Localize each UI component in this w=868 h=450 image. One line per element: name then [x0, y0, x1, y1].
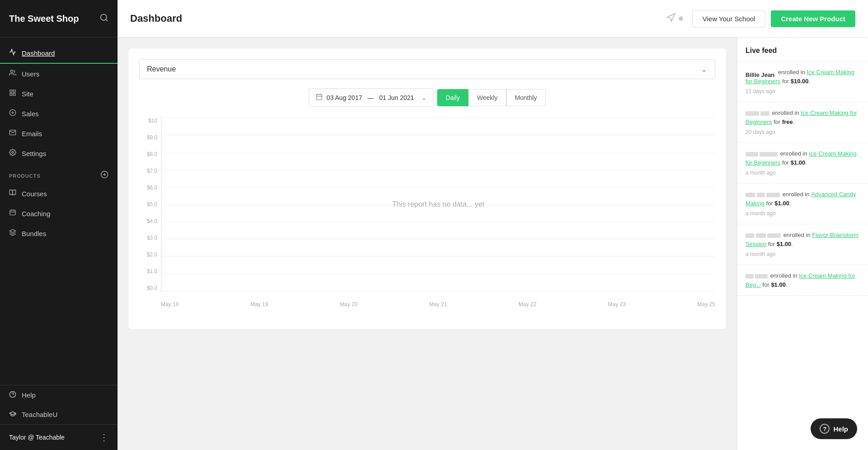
page-title: Dashboard — [130, 13, 182, 24]
svg-marker-18 — [9, 229, 15, 232]
feed-avatar-1: Billie Jean — [745, 71, 774, 75]
date-separator: — — [366, 94, 376, 101]
feed-amount-4: $1.00 — [774, 200, 789, 207]
courses-icon — [9, 189, 16, 198]
x-axis: May 18 May 19 May 20 May 21 May 22 May 2… — [161, 298, 715, 308]
date-dropdown-arrow: ⌄ — [421, 94, 427, 101]
svg-rect-21 — [316, 95, 322, 100]
sidebar-item-site-label: Site — [22, 90, 33, 98]
bundles-icon — [9, 229, 16, 238]
sidebar-item-courses-label: Courses — [22, 190, 47, 198]
svg-rect-14 — [10, 210, 15, 215]
create-product-button[interactable]: Create New Product — [771, 10, 855, 27]
svg-point-10 — [12, 152, 14, 153]
main-content: Dashboard View Your School Create New Pr… — [118, 0, 868, 450]
feed-item-5: enrolled in Flavor Brainstorm Session fo… — [737, 224, 868, 265]
feed-amount-6: $1.00 — [771, 281, 786, 288]
feed-time-1: 11 days ago — [745, 87, 860, 95]
revenue-dropdown-label: Revenue — [147, 65, 176, 73]
view-school-button[interactable]: View Your School — [692, 10, 765, 28]
sidebar-item-users[interactable]: Users — [0, 64, 118, 84]
x-label-may25: May 25 — [698, 301, 715, 308]
sidebar-item-bundles[interactable]: Bundles — [0, 223, 118, 243]
sidebar-nav: Dashboard Users Site Sales — [0, 38, 118, 385]
feed-item-2: enrolled in Ice Cream Making for Beginne… — [737, 102, 868, 143]
date-range-selector[interactable]: 03 Aug 2017 — 01 Jun 2021 ⌄ — [309, 88, 434, 107]
svg-point-2 — [10, 70, 13, 72]
sidebar-item-site[interactable]: Site — [0, 84, 118, 104]
feed-time-5: a month ago — [745, 250, 860, 258]
feed-time-4: a month ago — [745, 209, 860, 218]
sidebar-item-teachableu[interactable]: TeachableU — [0, 405, 118, 424]
feed-amount-1: $10.00 — [791, 78, 809, 85]
sidebar-item-settings-label: Settings — [22, 150, 46, 157]
sidebar-item-help[interactable]: Help — [0, 385, 118, 405]
feed-time-3: a month ago — [745, 169, 860, 177]
svg-rect-6 — [10, 93, 12, 95]
sidebar-item-emails-label: Emails — [22, 130, 42, 137]
x-label-may20: May 20 — [340, 301, 358, 308]
y-label-9: $9.0 — [147, 134, 157, 141]
sidebar-bottom: Help TeachableU — [0, 385, 118, 424]
users-icon — [9, 69, 16, 78]
y-label-4: $4.0 — [147, 218, 157, 224]
sidebar-item-coaching[interactable]: Coaching — [0, 204, 118, 223]
period-weekly-button[interactable]: Weekly — [468, 89, 506, 106]
y-label-6: $6.0 — [147, 185, 157, 191]
feed-item-3: enrolled in Ice Cream Making for Beginne… — [737, 143, 868, 184]
chart-area: $10 $9.0 $8.0 $7.0 $6.0 $5.0 $4.0 $3.0 $… — [139, 118, 715, 308]
notification-area — [666, 13, 683, 25]
sidebar-item-courses[interactable]: Courses — [0, 184, 118, 204]
y-label-0: $0.0 — [147, 285, 157, 291]
feed-time-2: 20 days ago — [745, 128, 860, 136]
x-label-may22: May 22 — [519, 301, 536, 308]
y-label-2: $2.0 — [147, 251, 157, 258]
revenue-dropdown[interactable]: Revenue ⌄ — [139, 59, 715, 79]
svg-rect-4 — [13, 90, 15, 92]
sidebar-item-bundles-label: Bundles — [22, 230, 46, 237]
feed-amount-2: free — [782, 118, 793, 125]
megaphone-icon — [666, 13, 676, 25]
chart-container: Revenue ⌄ 03 Aug 2017 — 01 Jun 2021 ⌄ — [128, 48, 726, 329]
chart-plot: This report has no data... yet — [161, 118, 715, 291]
sidebar-item-emails[interactable]: Emails — [0, 123, 118, 143]
x-label-may18: May 18 — [161, 301, 179, 308]
sidebar-header: The Sweet Shop — [0, 0, 118, 38]
date-end: 01 Jun 2021 — [379, 94, 414, 101]
feed-avatar-placeholder-5 — [745, 233, 781, 238]
teachableu-icon — [9, 410, 16, 419]
feed-avatar-placeholder-2 — [745, 111, 769, 116]
live-feed-title: Live feed — [737, 47, 868, 62]
sidebar-title: The Sweet Shop — [9, 14, 79, 24]
settings-icon — [9, 149, 16, 158]
live-feed: Live feed Billie Jean enrolled in Ice Cr… — [737, 38, 868, 450]
period-daily-button[interactable]: Daily — [437, 89, 468, 106]
period-monthly-button[interactable]: Monthly — [506, 89, 546, 106]
dashboard-panel: Revenue ⌄ 03 Aug 2017 — 01 Jun 2021 ⌄ — [118, 38, 737, 450]
feed-avatar-placeholder-4 — [745, 193, 780, 197]
sidebar-item-dashboard[interactable]: Dashboard — [0, 43, 118, 64]
sidebar-user-menu-icon[interactable]: ⋮ — [99, 432, 108, 443]
x-label-may23: May 23 — [608, 301, 626, 308]
dashboard-icon — [9, 48, 16, 57]
sidebar-item-settings[interactable]: Settings — [0, 143, 118, 163]
content-area: Revenue ⌄ 03 Aug 2017 — 01 Jun 2021 ⌄ — [118, 38, 868, 450]
feed-item-6: enrolled in Ice Cream Making for Beg... … — [737, 265, 868, 296]
sidebar-item-teachableu-label: TeachableU — [22, 411, 57, 418]
feed-item-4: enrolled in Advanced Candy Making for $1… — [737, 184, 868, 224]
y-axis: $10 $9.0 $8.0 $7.0 $6.0 $5.0 $4.0 $3.0 $… — [139, 118, 161, 291]
help-floating-button[interactable]: ? Help — [811, 418, 857, 439]
feed-amount-3: $1.00 — [791, 159, 806, 166]
add-product-icon[interactable] — [100, 171, 108, 181]
sidebar-item-help-label: Help — [22, 391, 36, 399]
coaching-icon — [9, 209, 16, 218]
feed-avatar-placeholder-3 — [745, 152, 778, 156]
site-icon — [9, 89, 16, 98]
sidebar-item-sales[interactable]: Sales — [0, 104, 118, 123]
sidebar: The Sweet Shop Dashboard Users Si — [0, 0, 118, 450]
help-nav-icon — [9, 391, 16, 399]
revenue-dropdown-chevron: ⌄ — [701, 64, 708, 74]
search-icon[interactable] — [99, 13, 108, 24]
help-circle-icon: ? — [820, 424, 830, 434]
no-data-message: This report has no data... yet — [392, 200, 485, 208]
